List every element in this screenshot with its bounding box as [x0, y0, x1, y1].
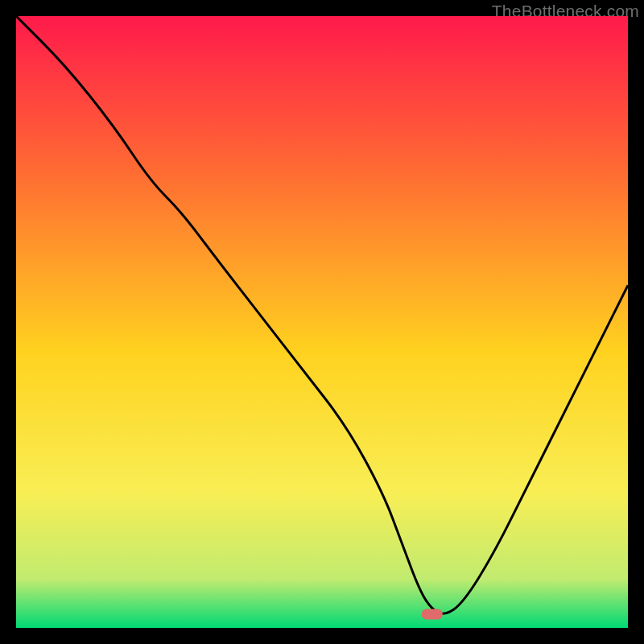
bottleneck-chart [16, 16, 628, 628]
gradient-background [16, 16, 628, 628]
optimal-marker [422, 609, 443, 620]
chart-frame: TheBottleneck.com [0, 0, 644, 644]
